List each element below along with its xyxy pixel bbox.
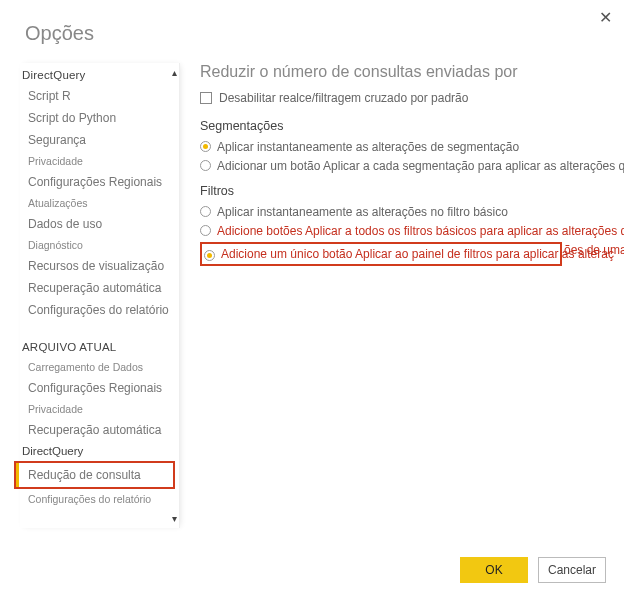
sidebar-item-privacidade-2[interactable]: Privacidade (20, 399, 175, 419)
dialog-title: Opções (0, 0, 624, 63)
segmentacoes-heading: Segmentações (200, 119, 624, 133)
radio-fil-instant[interactable] (200, 206, 211, 217)
sidebar-item-carregamento-dados[interactable]: Carregamento de Dados (20, 357, 175, 377)
checkbox-disable-highlight[interactable] (200, 92, 212, 104)
radio-seg-instant[interactable] (200, 141, 211, 152)
radio-fil-single-apply[interactable] (204, 250, 215, 261)
sidebar-item-recuperacao-automatica-2[interactable]: Recuperação automática (20, 419, 175, 441)
main-title: Reduzir o número de consultas enviadas p… (200, 63, 624, 81)
sidebar-item-config-regionais-2[interactable]: Configurações Regionais (20, 377, 175, 399)
ok-button[interactable]: OK (460, 557, 528, 583)
sidebar-item-config-relatorio[interactable]: Configurações do relatório (20, 299, 175, 321)
radio-fil-single-apply-label: Adicione um único botão Aplicar ao paine… (221, 246, 614, 262)
radio-fil-all-basic[interactable] (200, 225, 211, 236)
scroll-down-icon[interactable]: ▾ (172, 513, 177, 524)
sidebar-item-script-r[interactable]: Script R (20, 85, 175, 107)
radio-fil-all-basic-label: Adicione botões Aplicar a todos os filtr… (217, 223, 624, 239)
radio-fil-instant-label: Aplicar instantaneamente as alterações n… (217, 204, 508, 220)
sidebar-item-directquery-2[interactable]: DirectQuery (20, 441, 175, 461)
sidebar-item-config-relatorio-2[interactable]: Configurações do relatório (20, 489, 175, 509)
close-icon[interactable]: ✕ (599, 8, 612, 27)
sidebar-item-dados-uso[interactable]: Dados de uso (20, 213, 175, 235)
sidebar-item-script-python[interactable]: Script do Python (20, 107, 175, 129)
sidebar: DirectQuery Script R Script do Python Se… (20, 63, 180, 528)
sidebar-section-directquery: DirectQuery (20, 63, 175, 85)
sidebar-item-atualizacoes[interactable]: Atualizações (20, 193, 175, 213)
sidebar-item-recuperacao-automatica[interactable]: Recuperação automática (20, 277, 175, 299)
cancel-button[interactable]: Cancelar (538, 557, 606, 583)
highlighted-option-box: Adicione um único botão Aplicar ao paine… (200, 242, 562, 266)
sidebar-item-diagnostico[interactable]: Diagnóstico (20, 235, 175, 255)
sidebar-section-arquivo-atual: ARQUIVO ATUAL (20, 335, 175, 357)
sidebar-item-seguranca[interactable]: Segurança (20, 129, 175, 151)
radio-seg-apply-button-label: Adicionar um botão Aplicar a cada segmen… (217, 158, 624, 174)
sidebar-scrollbar[interactable]: ▴ ▾ (167, 63, 181, 528)
checkbox-disable-highlight-label: Desabilitar realce/filtragem cruzado por… (219, 91, 468, 105)
sidebar-item-config-regionais[interactable]: Configurações Regionais (20, 171, 175, 193)
sidebar-item-privacidade[interactable]: Privacidade (20, 151, 175, 171)
filtros-heading: Filtros (200, 184, 624, 198)
scroll-up-icon[interactable]: ▴ (172, 67, 177, 78)
radio-seg-apply-button[interactable] (200, 160, 211, 171)
radio-seg-instant-label: Aplicar instantaneamente as alterações d… (217, 139, 519, 155)
sidebar-item-recursos-visualizacao[interactable]: Recursos de visualização (20, 255, 175, 277)
sidebar-item-reducao-consulta[interactable]: Redução de consulta (14, 461, 175, 489)
radio-fil-single-apply-label-cont: ões de uma vez (564, 242, 624, 258)
main-pane: Reduzir o número de consultas enviadas p… (180, 63, 624, 528)
